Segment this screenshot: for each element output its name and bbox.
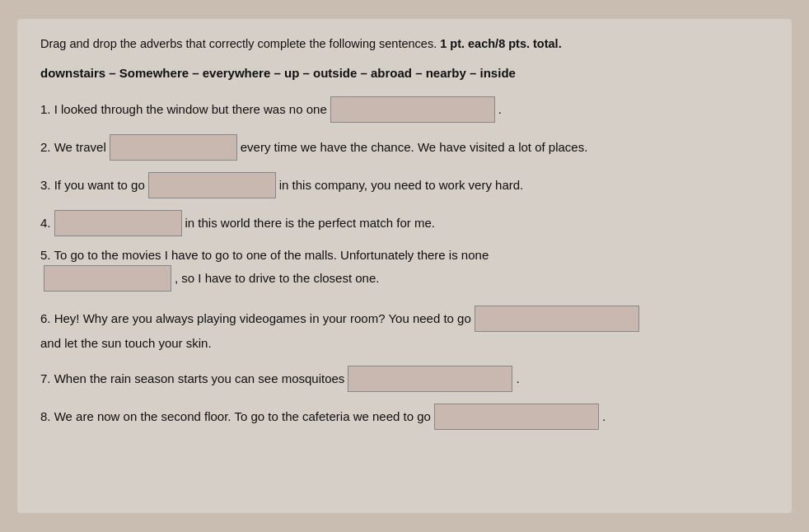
sentence-4: 4. in this world there is the perfect ma…	[40, 210, 769, 236]
sentence-3-before: 3. If you want to go	[40, 174, 145, 196]
sentence-2-after: every time we have the chance. We have v…	[241, 136, 588, 158]
drop-box-3[interactable]	[148, 172, 276, 198]
sentence-5-line1-text: 5. To go to the movies I have to go to o…	[40, 248, 489, 262]
drop-box-1[interactable]	[330, 96, 495, 123]
sentence-5-line2-text: , so I have to drive to the closest one.	[175, 271, 379, 285]
sentence-7-before: 7. When the rain season starts you can s…	[40, 367, 344, 390]
main-card: Drag and drop the adverbs that correctly…	[17, 19, 792, 513]
sentence-1: 1. I looked through the window but there…	[40, 96, 769, 123]
drop-box-8[interactable]	[434, 404, 599, 430]
sentence-1-after: .	[498, 98, 502, 120]
drop-box-5[interactable]	[44, 265, 171, 292]
word-bank: downstairs – Somewhere – everywhere – up…	[40, 63, 769, 83]
drop-box-6[interactable]	[475, 306, 639, 332]
instructions: Drag and drop the adverbs that correctly…	[40, 35, 769, 54]
sentence-2-before: 2. We travel	[40, 136, 106, 158]
sentence-7-after: .	[516, 367, 519, 390]
drop-box-7[interactable]	[348, 366, 512, 392]
sentence-8: 8. We are now on the second floor. To go…	[40, 404, 769, 430]
sentence-2: 2. We travel every time we have the chan…	[40, 134, 769, 161]
sentence-1-before: 1. I looked through the window but there…	[40, 98, 327, 120]
sentence-3: 3. If you want to go in this company, yo…	[40, 172, 769, 198]
sentence-6: 6. Hey! Why are you always playing video…	[40, 306, 769, 354]
sentence-5-line1: 5. To go to the movies I have to go to o…	[40, 248, 769, 262]
sentence-5: 5. To go to the movies I have to go to o…	[40, 248, 769, 292]
sentence-8-before: 8. We are now on the second floor. To go…	[40, 405, 431, 427]
sentence-4-before: 4.	[40, 212, 51, 234]
sentence-8-after: .	[602, 405, 606, 427]
sentence-3-after: in this company, you need to work very h…	[279, 174, 524, 196]
drop-box-4[interactable]	[54, 210, 182, 236]
sentence-6-after: and let the sun touch your skin.	[40, 332, 212, 354]
drop-box-2[interactable]	[110, 134, 237, 161]
sentence-6-before: 6. Hey! Why are you always playing video…	[40, 307, 471, 329]
instructions-text: Drag and drop the adverbs that correctly…	[40, 37, 437, 50]
sentence-5-line2: , so I have to drive to the closest one.	[40, 265, 769, 292]
scoring-text: 1 pt. each/8 pts. total.	[440, 37, 561, 50]
sentence-7: 7. When the rain season starts you can s…	[40, 366, 769, 392]
sentence-4-after: in this world there is the perfect match…	[185, 212, 435, 234]
